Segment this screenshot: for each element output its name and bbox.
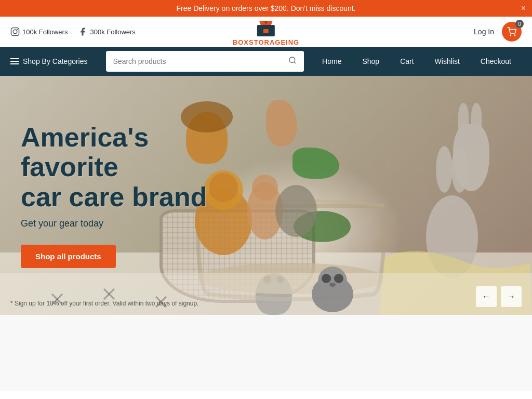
logo-icon bbox=[253, 18, 279, 38]
svg-point-7 bbox=[289, 57, 295, 63]
hero-subtitle: Get your gear today bbox=[21, 218, 245, 229]
logo-area: BOXSTORAGEING bbox=[233, 18, 299, 46]
hero-section: America's favorite car care brand Get yo… bbox=[0, 76, 532, 315]
nav-checkout[interactable]: Checkout bbox=[470, 50, 522, 73]
shop-all-button[interactable]: Shop all products bbox=[21, 245, 116, 268]
header-right: Log In 0 bbox=[474, 22, 522, 42]
nav-links: Home Shop Cart Wishlist Checkout bbox=[312, 50, 532, 73]
categories-label: Shop By Categories bbox=[23, 57, 88, 65]
prev-slide-button[interactable]: ← bbox=[476, 286, 497, 307]
social-links: 100k Followers 300k Followers bbox=[10, 27, 136, 36]
hero-content: America's favorite car care brand Get yo… bbox=[0, 76, 266, 315]
slide-controls: ← → bbox=[476, 286, 522, 307]
toy-rabbit-decoration bbox=[453, 124, 489, 191]
cart-button[interactable]: 0 bbox=[502, 22, 522, 42]
top-banner: Free Delivery on orders over $200. Don't… bbox=[0, 0, 532, 17]
nav-wishlist[interactable]: Wishlist bbox=[424, 50, 470, 73]
banner-text: Free Delivery on orders over $200. Don't… bbox=[176, 4, 355, 12]
banner-close[interactable]: × bbox=[521, 4, 526, 13]
facebook-label: 300k Followers bbox=[90, 28, 135, 36]
login-link[interactable]: Log In bbox=[474, 28, 494, 36]
cart-badge: 0 bbox=[515, 20, 524, 28]
svg-line-8 bbox=[294, 62, 296, 63]
instagram-link[interactable]: 100k Followers bbox=[10, 27, 68, 36]
navbar: Shop By Categories Home Shop Cart Wishli… bbox=[0, 47, 532, 76]
hero-title: America's favorite car care brand bbox=[21, 123, 245, 212]
facebook-link[interactable]: 300k Followers bbox=[78, 27, 135, 36]
instagram-label: 100k Followers bbox=[22, 28, 68, 36]
categories-button[interactable]: Shop By Categories bbox=[0, 50, 98, 73]
svg-point-1 bbox=[13, 30, 17, 34]
svg-point-6 bbox=[514, 35, 515, 36]
hero-disclaimer: * Sign up for 10% off your first order. … bbox=[10, 300, 198, 307]
next-slide-button[interactable]: → bbox=[501, 286, 522, 307]
svg-point-2 bbox=[17, 29, 18, 30]
nav-cart[interactable]: Cart bbox=[390, 50, 424, 73]
hero-title-line2: car care brand bbox=[21, 182, 207, 212]
svg-rect-0 bbox=[11, 28, 19, 36]
logo-text: BOXSTORAGEING bbox=[233, 38, 299, 46]
facebook-icon bbox=[78, 27, 87, 36]
nav-home[interactable]: Home bbox=[312, 50, 352, 73]
hero-title-line1: America's favorite bbox=[21, 122, 149, 182]
search-bar bbox=[106, 51, 304, 72]
search-button[interactable] bbox=[281, 51, 304, 72]
logo[interactable]: BOXSTORAGEING bbox=[233, 18, 299, 46]
svg-point-5 bbox=[510, 35, 511, 36]
instagram-icon bbox=[10, 27, 20, 36]
search-input[interactable] bbox=[106, 52, 282, 71]
svg-rect-4 bbox=[263, 29, 269, 33]
bottom-area bbox=[0, 315, 532, 391]
header: 100k Followers 300k Followers BOXSTORAGE… bbox=[0, 17, 532, 47]
nav-shop[interactable]: Shop bbox=[352, 50, 390, 73]
hamburger-icon bbox=[10, 58, 19, 64]
